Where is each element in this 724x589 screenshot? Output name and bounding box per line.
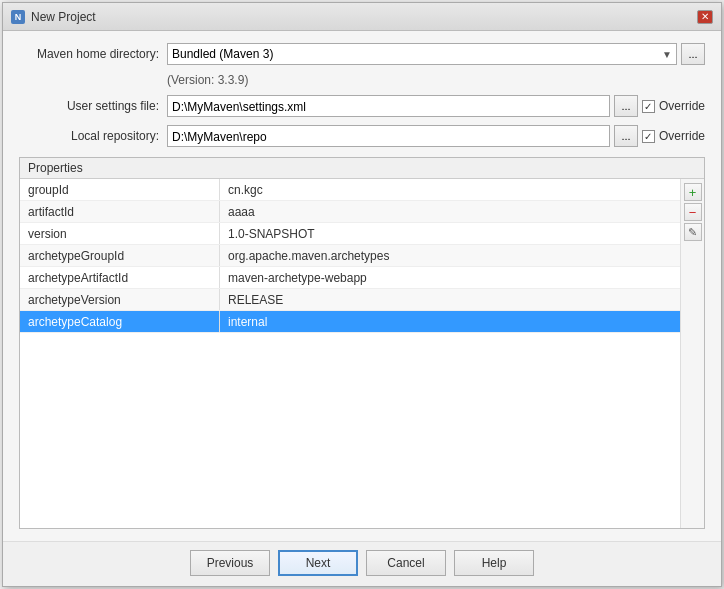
property-value: aaaa bbox=[220, 201, 680, 222]
property-name: archetypeGroupId bbox=[20, 245, 220, 266]
close-button[interactable]: ✕ bbox=[697, 10, 713, 24]
user-settings-override-container: Override bbox=[642, 99, 705, 113]
maven-version-row: (Version: 3.3.9) bbox=[19, 73, 705, 87]
help-button[interactable]: Help bbox=[454, 550, 534, 576]
maven-version-text: (Version: 3.3.9) bbox=[167, 73, 248, 87]
property-value: RELEASE bbox=[220, 289, 680, 310]
maven-home-value: Bundled (Maven 3) bbox=[172, 47, 273, 61]
table-row[interactable]: archetypeCataloginternal bbox=[20, 311, 680, 333]
local-repo-container: D:\MyMaven\repo ... Override bbox=[167, 125, 705, 147]
local-repo-override-label: Override bbox=[659, 129, 705, 143]
user-settings-label: User settings file: bbox=[19, 99, 159, 113]
property-value: cn.kgc bbox=[220, 179, 680, 200]
dialog-footer: Previous Next Cancel Help bbox=[3, 541, 721, 586]
maven-home-dropdown[interactable]: Bundled (Maven 3) ▼ bbox=[167, 43, 677, 65]
property-name: archetypeCatalog bbox=[20, 311, 220, 332]
add-property-button[interactable]: + bbox=[684, 183, 702, 201]
chevron-down-icon: ▼ bbox=[662, 49, 672, 60]
local-repo-field[interactable]: D:\MyMaven\repo bbox=[167, 125, 610, 147]
property-name: archetypeArtifactId bbox=[20, 267, 220, 288]
remove-property-button[interactable]: − bbox=[684, 203, 702, 221]
property-name: archetypeVersion bbox=[20, 289, 220, 310]
local-repo-browse-button[interactable]: ... bbox=[614, 125, 638, 147]
user-settings-override-label: Override bbox=[659, 99, 705, 113]
properties-table: groupIdcn.kgcartifactIdaaaaversion1.0-SN… bbox=[20, 179, 680, 528]
table-row[interactable]: archetypeArtifactIdmaven-archetype-webap… bbox=[20, 267, 680, 289]
title-bar-left: New Project bbox=[11, 10, 96, 24]
dialog-icon bbox=[11, 10, 25, 24]
local-repo-label: Local repository: bbox=[19, 129, 159, 143]
previous-button[interactable]: Previous bbox=[190, 550, 270, 576]
table-row[interactable]: archetypeGroupIdorg.apache.maven.archety… bbox=[20, 245, 680, 267]
maven-home-combo-container: Bundled (Maven 3) ▼ ... bbox=[167, 43, 705, 65]
maven-home-label: Maven home directory: bbox=[19, 47, 159, 61]
property-value: 1.0-SNAPSHOT bbox=[220, 223, 680, 244]
properties-content: groupIdcn.kgcartifactIdaaaaversion1.0-SN… bbox=[20, 179, 704, 528]
cancel-button[interactable]: Cancel bbox=[366, 550, 446, 576]
maven-home-row: Maven home directory: Bundled (Maven 3) … bbox=[19, 43, 705, 65]
properties-actions: + − ✎ bbox=[680, 179, 704, 528]
table-row[interactable]: groupIdcn.kgc bbox=[20, 179, 680, 201]
user-settings-container: D:\MyMaven\settings.xml ... Override bbox=[167, 95, 705, 117]
table-row[interactable]: artifactIdaaaa bbox=[20, 201, 680, 223]
next-button[interactable]: Next bbox=[278, 550, 358, 576]
user-settings-field[interactable]: D:\MyMaven\settings.xml bbox=[167, 95, 610, 117]
new-project-dialog: New Project ✕ Maven home directory: Bund… bbox=[2, 2, 722, 587]
title-bar: New Project ✕ bbox=[3, 3, 721, 31]
properties-group: Properties groupIdcn.kgcartifactIdaaaave… bbox=[19, 157, 705, 529]
property-value: internal bbox=[220, 311, 680, 332]
property-name: groupId bbox=[20, 179, 220, 200]
edit-property-button[interactable]: ✎ bbox=[684, 223, 702, 241]
property-value: org.apache.maven.archetypes bbox=[220, 245, 680, 266]
table-row[interactable]: version1.0-SNAPSHOT bbox=[20, 223, 680, 245]
property-name: artifactId bbox=[20, 201, 220, 222]
maven-home-browse-button[interactable]: ... bbox=[681, 43, 705, 65]
property-name: version bbox=[20, 223, 220, 244]
user-settings-row: User settings file: D:\MyMaven\settings.… bbox=[19, 95, 705, 117]
local-repo-override-container: Override bbox=[642, 129, 705, 143]
local-repo-row: Local repository: D:\MyMaven\repo ... Ov… bbox=[19, 125, 705, 147]
user-settings-browse-button[interactable]: ... bbox=[614, 95, 638, 117]
properties-group-title: Properties bbox=[20, 158, 704, 179]
property-value: maven-archetype-webapp bbox=[220, 267, 680, 288]
dialog-title: New Project bbox=[31, 10, 96, 24]
user-settings-override-checkbox[interactable] bbox=[642, 100, 655, 113]
dialog-content: Maven home directory: Bundled (Maven 3) … bbox=[3, 31, 721, 541]
table-row[interactable]: archetypeVersionRELEASE bbox=[20, 289, 680, 311]
local-repo-override-checkbox[interactable] bbox=[642, 130, 655, 143]
